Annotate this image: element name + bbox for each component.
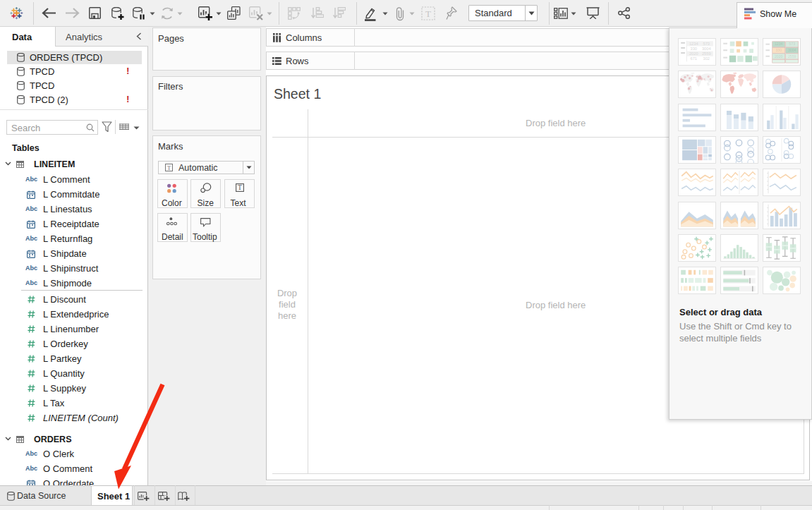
svg-text:2020: 2020 — [689, 51, 698, 56]
svg-text:3004: 3004 — [702, 47, 711, 51]
svg-text:671: 671 — [691, 56, 698, 61]
svg-text:T: T — [425, 8, 431, 19]
svg-text:2559: 2559 — [788, 54, 796, 59]
svg-text:3004: 3004 — [788, 48, 796, 52]
svg-text:2559: 2559 — [702, 51, 711, 56]
svg-text:302: 302 — [703, 56, 710, 61]
svg-text:330: 330 — [691, 47, 698, 51]
svg-text:2020: 2020 — [775, 54, 783, 59]
svg-text:1234: 1234 — [689, 42, 698, 46]
svg-text:1234: 1234 — [775, 42, 783, 46]
svg-text:573: 573 — [703, 42, 710, 46]
svg-text:T: T — [238, 184, 242, 191]
svg-text:T: T — [167, 164, 171, 171]
svg-text:573: 573 — [789, 42, 795, 46]
svg-text:330: 330 — [775, 48, 782, 52]
